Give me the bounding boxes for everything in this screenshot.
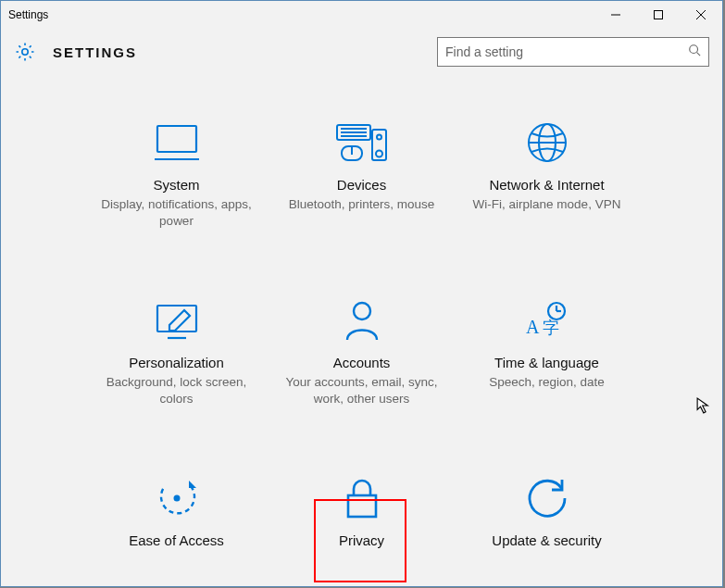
tile-sub: Display, notifications, apps, power [84, 196, 269, 229]
tile-title: Personalization [84, 355, 269, 370]
lock-icon [269, 477, 455, 519]
ease-of-access-icon [84, 477, 269, 519]
tile-network[interactable]: Network & Internet Wi-Fi, airplane mode,… [455, 121, 640, 229]
window-controls [594, 1, 722, 29]
tile-title: Network & Internet [455, 177, 640, 193]
maximize-button[interactable] [637, 1, 680, 29]
tile-title: System [84, 177, 269, 193]
svg-rect-7 [157, 126, 196, 152]
update-icon [455, 477, 640, 519]
svg-text:字: 字 [543, 319, 559, 337]
search-input[interactable] [445, 44, 688, 59]
system-icon [84, 121, 269, 164]
tile-ease-of-access[interactable]: Ease of Access [84, 477, 269, 552]
svg-point-30 [173, 495, 180, 502]
tile-system[interactable]: System Display, notifications, apps, pow… [84, 121, 269, 229]
svg-point-15 [376, 151, 382, 157]
tile-title: Privacy [269, 532, 455, 548]
personalization-icon [84, 299, 269, 342]
gear-icon [14, 41, 36, 63]
svg-point-23 [354, 303, 370, 319]
search-box[interactable] [437, 37, 709, 67]
svg-rect-1 [655, 11, 663, 19]
tile-grid: System Display, notifications, apps, pow… [1, 121, 722, 552]
search-icon [688, 44, 701, 60]
header-title: SETTINGS [53, 44, 437, 60]
tile-privacy[interactable]: Privacy [269, 477, 455, 552]
tile-sub: Bluetooth, printers, mouse [269, 196, 455, 213]
svg-line-6 [697, 53, 701, 56]
titlebar: Settings [1, 1, 722, 29]
devices-icon [269, 121, 455, 164]
globe-icon [455, 121, 640, 164]
tile-title: Devices [269, 177, 455, 193]
svg-text:A: A [526, 317, 540, 337]
tile-title: Time & language [455, 355, 640, 370]
svg-rect-31 [348, 495, 376, 517]
tile-sub: Background, lock screen, colors [84, 374, 269, 407]
tile-title: Update & security [455, 532, 640, 548]
svg-point-14 [377, 135, 381, 140]
tile-sub: Your accounts, email, sync, work, other … [269, 374, 455, 407]
svg-point-5 [690, 45, 698, 54]
tile-sub: Speech, region, date [455, 374, 640, 391]
time-language-icon: A 字 [455, 299, 640, 342]
accounts-icon [269, 299, 455, 342]
header: SETTINGS [1, 29, 722, 75]
tile-devices[interactable]: Devices Bluetooth, printers, mouse [269, 121, 455, 229]
settings-window: Settings SETTINGS [0, 0, 723, 587]
tile-update-security[interactable]: Update & security [455, 477, 640, 552]
tile-time-language[interactable]: A 字 Time & language Speech, region, date [455, 299, 640, 407]
content: System Display, notifications, apps, pow… [1, 75, 722, 586]
tile-personalization[interactable]: Personalization Background, lock screen,… [84, 299, 269, 407]
svg-marker-29 [189, 481, 196, 488]
svg-point-4 [22, 49, 28, 55]
tile-sub: Wi-Fi, airplane mode, VPN [455, 196, 640, 213]
minimize-button[interactable] [594, 1, 637, 29]
tile-title: Ease of Access [84, 532, 269, 548]
tile-accounts[interactable]: Accounts Your accounts, email, sync, wor… [269, 299, 455, 407]
close-button[interactable] [680, 1, 722, 29]
tile-title: Accounts [269, 355, 455, 370]
window-title: Settings [8, 8, 48, 21]
